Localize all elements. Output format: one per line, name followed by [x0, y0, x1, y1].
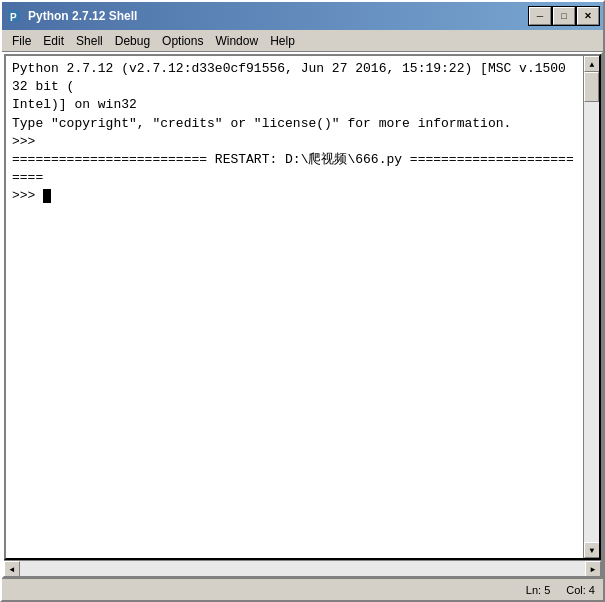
shell-line-3: Type "copyright", "credits" or "license(…	[12, 115, 577, 133]
scroll-left-button[interactable]: ◄	[4, 561, 20, 577]
shell-line-1: Python 2.7.12 (v2.7.12:d33e0cf91556, Jun…	[12, 60, 577, 96]
shell-prompt-2[interactable]: >>>	[12, 187, 577, 205]
title-bar: P Python 2.7.12 Shell ─ □ ✕	[2, 2, 603, 30]
minimize-button[interactable]: ─	[529, 7, 551, 25]
scroll-track-vertical[interactable]	[584, 72, 599, 542]
menu-options[interactable]: Options	[156, 32, 209, 50]
line-number: Ln: 5	[526, 584, 550, 596]
maximize-button[interactable]: □	[553, 7, 575, 25]
shell-prompt-1: >>>	[12, 133, 577, 151]
close-button[interactable]: ✕	[577, 7, 599, 25]
vertical-scrollbar[interactable]: ▲ ▼	[583, 56, 599, 558]
content-area: Python 2.7.12 (v2.7.12:d33e0cf91556, Jun…	[2, 52, 603, 578]
window-title: Python 2.7.12 Shell	[28, 9, 529, 23]
cursor	[43, 189, 51, 203]
window-controls: ─ □ ✕	[529, 7, 599, 25]
scroll-down-button[interactable]: ▼	[584, 542, 600, 558]
menu-file[interactable]: File	[6, 32, 37, 50]
horizontal-scrollbar[interactable]: ◄ ►	[4, 560, 601, 576]
scroll-thumb-vertical[interactable]	[584, 72, 599, 102]
menu-edit[interactable]: Edit	[37, 32, 70, 50]
svg-text:P: P	[10, 12, 17, 23]
col-number: Col: 4	[566, 584, 595, 596]
scroll-up-button[interactable]: ▲	[584, 56, 600, 72]
inner-content: Python 2.7.12 (v2.7.12:d33e0cf91556, Jun…	[4, 54, 601, 560]
menu-window[interactable]: Window	[209, 32, 264, 50]
scroll-right-button[interactable]: ►	[585, 561, 601, 577]
menu-debug[interactable]: Debug	[109, 32, 156, 50]
shell-restart-line: ========================= RESTART: D:\爬视…	[12, 151, 577, 187]
python-icon: P	[6, 8, 22, 24]
scroll-track-horizontal[interactable]	[20, 561, 585, 576]
status-bar: Ln: 5 Col: 4	[2, 578, 603, 600]
menu-bar: File Edit Shell Debug Options Window Hel…	[2, 30, 603, 52]
menu-shell[interactable]: Shell	[70, 32, 109, 50]
shell-output[interactable]: Python 2.7.12 (v2.7.12:d33e0cf91556, Jun…	[6, 56, 583, 558]
shell-line-2: Intel)] on win32	[12, 96, 577, 114]
menu-help[interactable]: Help	[264, 32, 301, 50]
python-shell-window: P Python 2.7.12 Shell ─ □ ✕ File Edit Sh…	[0, 0, 605, 602]
